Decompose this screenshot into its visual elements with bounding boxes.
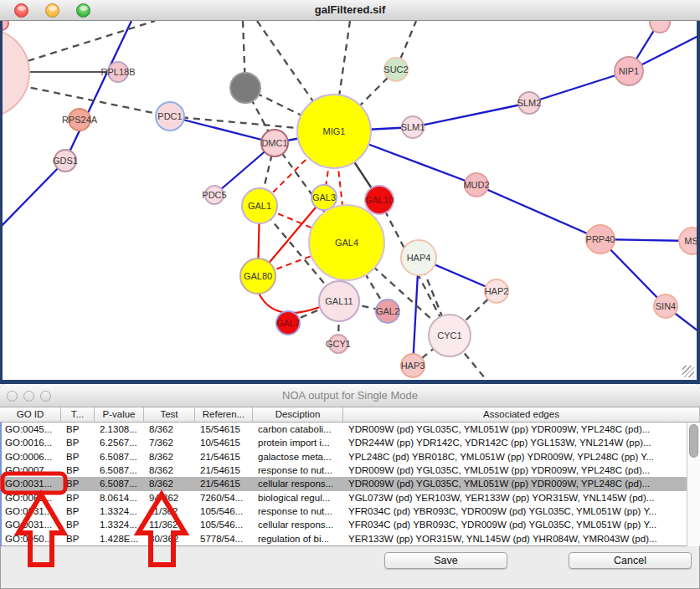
column-header-go-id[interactable]: GO ID: [0, 407, 61, 423]
table-row[interactable]: GO:0031...BP1.3324...11/362105/546...res…: [2, 504, 688, 518]
table-row[interactable]: GO:0031...BP1.3324...11/362105/546...cel…: [2, 518, 688, 531]
cell-reference: 105/546...: [197, 504, 255, 518]
cell-edges: YDR009W (pd) YGL035C, YML051W (pp) YDR00…: [345, 464, 688, 477]
noa-window-title: NOA output for Single Mode: [0, 389, 700, 402]
cell-edges: YPL248C (pd) YBR018C, YML051W (pp) YDR00…: [345, 450, 688, 464]
window-galfiltered: galFiltered.sif RPL18BRPS24AGDS1PDC1DMC1…: [0, 0, 700, 384]
cell-p_value: 6.2567...: [96, 436, 146, 449]
cell-type: BP: [63, 491, 96, 504]
cancel-button[interactable]: Cancel: [569, 552, 692, 569]
canvas-border-right: [697, 21, 700, 384]
cell-type: BP: [63, 450, 96, 464]
cell-test: 8/362: [146, 477, 197, 490]
table-body: GO:0045...BP2.1308...8/36215/54615carbon…: [0, 423, 700, 546]
cell-reference: 21/54615: [197, 477, 255, 490]
cell-reference: 7260/54...: [197, 491, 255, 504]
table-row[interactable]: GO:0050...BP1.428E...80/3625778/54...reg…: [2, 532, 688, 545]
node-label-GAL7: GAL7: [276, 318, 300, 328]
node-unlabeled[interactable]: [0, 28, 29, 117]
node-unlabeled[interactable]: [650, 21, 670, 33]
network-graph: RPL18BRPS24AGDS1PDC1DMC1MIG1SUC2SLM1SLM2…: [0, 21, 700, 384]
node-label-GCY1: GCY1: [326, 339, 351, 349]
node-label-CYC1: CYC1: [437, 330, 461, 341]
column-header-referen-[interactable]: Referen...: [195, 407, 253, 423]
edge-blue: [0, 161, 65, 233]
scrollbar-thumb[interactable]: [689, 424, 698, 458]
node-unlabeled[interactable]: [230, 73, 260, 103]
node-label-SUC2: SUC2: [383, 64, 408, 74]
edge-blue: [65, 21, 131, 161]
node-label-RPL18B: RPL18B: [101, 67, 136, 77]
node-label-MIG1: MIG1: [323, 126, 346, 136]
vertical-scrollbar[interactable]: [687, 423, 700, 546]
column-header-desciption[interactable]: Desciption: [253, 407, 343, 423]
cell-p_value: 6.5087...: [96, 450, 146, 464]
table-row[interactable]: GO:0006...BP6.5087...8/36221/54615galact…: [2, 450, 688, 464]
edge-dash: [19, 85, 170, 116]
node-label-GAL3: GAL3: [312, 192, 336, 202]
save-button[interactable]: Save: [384, 552, 507, 569]
cell-go_id: GO:0065...: [2, 491, 63, 504]
cell-type: BP: [63, 477, 96, 490]
node-label-GAL10: GAL10: [365, 195, 394, 205]
table-row[interactable]: GO:0065...BP8.0614...94/3627260/54...bio…: [2, 491, 688, 504]
node-label-HAP4: HAP4: [407, 253, 431, 263]
node-label-PDC5: PDC5: [202, 190, 226, 200]
cell-type: BP: [63, 518, 96, 531]
cell-p_value: 6.5087...: [96, 477, 146, 490]
cell-p_value: 8.0614...: [96, 491, 146, 504]
cell-type: BP: [63, 504, 96, 518]
edge-blue: [413, 103, 529, 127]
cell-p_value: 1.3324...: [96, 518, 146, 531]
cell-edges: YDR009W (pd) YGL035C, YML051W (pp) YDR00…: [345, 477, 688, 490]
node-label-PDC1: PDC1: [157, 111, 182, 121]
cell-go_id: GO:0045...: [2, 423, 63, 436]
cell-description: carbon cataboli...: [255, 423, 345, 436]
table-row[interactable]: GO:0045...BP2.1308...8/36215/54615carbon…: [2, 423, 688, 436]
cell-reference: 5778/54...: [197, 532, 255, 545]
cell-go_id: GO:0031...: [2, 504, 63, 518]
node-label-DMC1: DMC1: [261, 138, 287, 148]
cell-reference: 10/54615: [197, 436, 255, 449]
cell-description: galactose meta...: [255, 450, 345, 464]
node-label-GAL80: GAL80: [244, 271, 272, 281]
cell-go_id: GO:0031...: [2, 518, 63, 531]
cell-reference: 105/546...: [197, 518, 255, 531]
cell-edges: YER133W (pp) YOR315W, YNL145W (pd) YHR08…: [345, 532, 688, 545]
edge-blue: [476, 185, 600, 239]
cell-type: BP: [63, 464, 96, 477]
node-label-SLM2: SLM2: [517, 98, 542, 108]
canvas-border-left: [0, 21, 3, 384]
cell-description: cellular respons...: [255, 477, 345, 490]
cell-edges: YGL073W (pd) YER103W, YER133W (pp) YOR31…: [345, 491, 688, 504]
table-row[interactable]: GO:0016...BP6.2567...7/36210/54615protei…: [2, 436, 688, 449]
resize-grip[interactable]: [682, 366, 694, 377]
node-label-GDS1: GDS1: [53, 156, 78, 166]
column-header-p-value[interactable]: P-value: [95, 407, 144, 423]
cell-edges: YDR009W (pd) YGL035C, YML051W (pp) YDR00…: [345, 423, 688, 436]
cell-p_value: 6.5087...: [96, 464, 146, 477]
cell-reference: 21/54615: [197, 464, 255, 477]
cell-p_value: 1.428E...: [96, 532, 146, 545]
screen: galFiltered.sif RPL18BRPS24AGDS1PDC1DMC1…: [0, 0, 700, 589]
column-header-t-[interactable]: T...: [61, 407, 95, 423]
cell-reference: 15/54615: [197, 423, 255, 436]
node-label-NIP1: NIP1: [619, 66, 639, 76]
network-canvas[interactable]: RPL18BRPS24AGDS1PDC1DMC1MIG1SUC2SLM1SLM2…: [0, 21, 700, 384]
edge-blue: [529, 71, 629, 103]
table-header-row: GO IDT...P-valueTestReferen...Desciption…: [0, 407, 700, 423]
cell-test: 8/362: [146, 450, 197, 464]
node-label-GAL1: GAL1: [248, 201, 271, 211]
cell-test: 11/362: [146, 518, 197, 531]
column-header-test[interactable]: Test: [144, 407, 195, 423]
table-row[interactable]: GO:0007...BP6.5087...8/36221/54615respon…: [2, 464, 688, 477]
table-row[interactable]: GO:0031...BP6.5087...8/36221/54615cellul…: [2, 477, 688, 490]
cell-edges: YDR244W (pp) YDR142C, YDR142C (pp) YGL15…: [345, 436, 688, 449]
window-title: galFiltered.sif: [0, 3, 700, 16]
cell-description: biological regul...: [255, 491, 345, 504]
node-label-GAL11: GAL11: [325, 296, 353, 306]
node-label-SIN4: SIN4: [656, 301, 676, 311]
cell-test: 11/362: [146, 504, 197, 518]
column-header-associated-edges[interactable]: Associated edges: [343, 407, 700, 423]
cell-go_id: GO:0006...: [2, 450, 63, 464]
